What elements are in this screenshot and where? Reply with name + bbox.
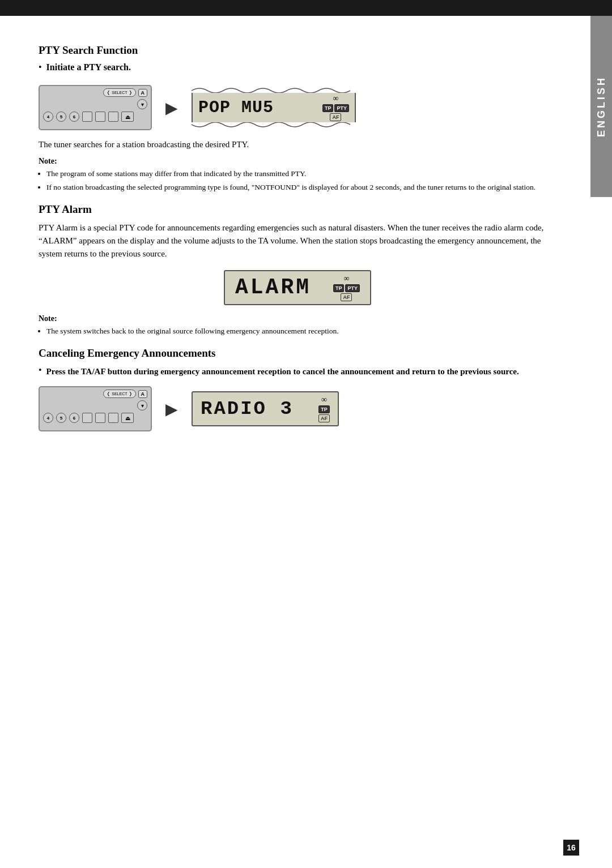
arrow-1: ▶ [165, 99, 178, 117]
bullet-dot-1: • [39, 62, 42, 72]
select-text: SELECT [112, 91, 127, 95]
select-right-arrow: ❭ [129, 90, 133, 95]
device-panel-2: ❬ SELECT ❭ A ▾ 4 5 6 ⏏ [39, 386, 152, 431]
canceling-body-text: Press the TA/AF button during emergency … [46, 365, 519, 378]
note-item-2-1: The system switches back to the original… [46, 326, 556, 337]
btn-4b: 4 [43, 413, 53, 423]
select-button-2: ❬ SELECT ❭ [103, 390, 135, 398]
down-arrow-2: ▾ [137, 400, 147, 411]
btn-6b: 6 [69, 413, 79, 423]
pty-search-title: PTY Search Function [39, 44, 556, 57]
select-right-arrow-2: ❭ [129, 391, 133, 396]
tp-badge-2: TP [333, 284, 345, 292]
af-badge-2: AF [341, 293, 352, 301]
tp-pty-badges: TP PTY [322, 104, 349, 112]
radio3-lcd: RADIO 3 ∞ TP AF [192, 391, 339, 426]
wavy-bottom-1 [192, 122, 356, 130]
pty-badge-1: PTY [334, 104, 349, 112]
down-arrow-1: ▾ [137, 99, 147, 109]
infinity-icon-2: ∞ [343, 274, 349, 283]
panel-top-2: ❬ SELECT ❭ A [43, 390, 147, 398]
infinity-icon-3: ∞ [321, 395, 327, 404]
pty-alarm-section: PTY Alarm PTY Alarm is a special PTY cod… [39, 203, 556, 337]
initiate-label: Initiate a PTY search. [46, 62, 131, 72]
pty-search-section: PTY Search Function • Initiate a PTY sea… [39, 44, 556, 193]
af-badge-3: AF [318, 414, 330, 422]
english-side-tab: ENGLISH [590, 16, 612, 197]
note-label-1: Note: [39, 157, 556, 166]
note-item-1-1: The program of some stations may differ … [46, 168, 556, 179]
note-label-2: Note: [39, 314, 556, 323]
alarm-tp-pty: TP PTY [333, 284, 360, 292]
pty-search-body: The tuner searches for a station broadca… [39, 138, 556, 151]
canceling-title: Canceling Emergency Announcements [39, 347, 556, 360]
btn-5: 5 [56, 112, 66, 122]
eject-btn-2: ⏏ [121, 413, 134, 423]
initiate-bullet: • Initiate a PTY search. [39, 62, 556, 77]
select-text-2: SELECT [112, 392, 127, 396]
lcd-text-1: POP MU5 [198, 98, 274, 117]
select-button-1: ❬ SELECT ❭ [103, 88, 135, 97]
wavy-top-1 [192, 85, 356, 93]
bullet-dot-2: • [39, 365, 42, 375]
pty-alarm-body: PTY Alarm is a special PTY code for anno… [39, 221, 556, 261]
btn-6: 6 [69, 112, 79, 122]
note-item-1-2: If no station broadcasting the selected … [46, 182, 556, 193]
btn-5b: 5 [56, 413, 66, 423]
note-list-2: The system switches back to the original… [46, 326, 556, 337]
tp-badge-1: TP [322, 104, 334, 112]
infinity-icon-1: ∞ [333, 94, 338, 103]
alarm-lcd: ALARM ∞ TP PTY AF [224, 270, 371, 305]
note-list-1: The program of some stations may differ … [46, 168, 556, 193]
square-btn-2 [95, 112, 105, 122]
square-btn-1 [82, 112, 92, 122]
lcd-icons-1: ∞ TP PTY AF [322, 94, 349, 121]
alarm-icons: ∞ TP PTY AF [333, 274, 360, 301]
af-badge-1: AF [330, 113, 341, 121]
square-btn-6 [108, 413, 118, 423]
english-tab-label: ENGLISH [596, 76, 607, 137]
alarm-text: ALARM [235, 275, 311, 300]
select-left-arrow: ❬ [107, 90, 110, 95]
pty-alarm-title: PTY Alarm [39, 203, 556, 216]
eject-btn-1: ⏏ [121, 112, 134, 122]
panel-bottom-2: 4 5 6 ⏏ [43, 413, 147, 423]
page-number: 16 [563, 840, 579, 856]
pty-search-device-row: ❬ SELECT ❭ A ▾ 4 5 6 ⏏ [39, 85, 556, 130]
pty-search-note: Note: The program of some stations may d… [39, 157, 556, 193]
tp-badge-3: TP [318, 405, 330, 413]
main-content: PTY Search Function • Initiate a PTY sea… [0, 16, 590, 462]
square-btn-5 [95, 413, 105, 423]
arrow-2: ▶ [165, 400, 178, 418]
canceling-bullet: • Press the TA/AF button during emergenc… [39, 365, 556, 378]
radio3-icons: ∞ TP AF [318, 395, 330, 422]
radio3-text: RADIO 3 [201, 398, 294, 420]
select-left-arrow-2: ❬ [107, 391, 110, 396]
panel-top-1: ❬ SELECT ❭ A [43, 88, 147, 97]
lcd-display-1: POP MU5 ∞ TP PTY AF [192, 85, 356, 130]
pty-alarm-note: Note: The system switches back to the or… [39, 314, 556, 337]
btn-4: 4 [43, 112, 53, 122]
device-panel-1: ❬ SELECT ❭ A ▾ 4 5 6 ⏏ [39, 85, 152, 130]
canceling-device-row: ❬ SELECT ❭ A ▾ 4 5 6 ⏏ [39, 386, 556, 431]
panel-bottom-1: 4 5 6 ⏏ [43, 112, 147, 122]
lcd-main-1: POP MU5 ∞ TP PTY AF [192, 93, 356, 122]
square-btn-4 [82, 413, 92, 423]
square-btn-3 [108, 112, 118, 122]
pty-badge-2: PTY [345, 284, 360, 292]
top-bar [0, 0, 612, 16]
canceling-section: Canceling Emergency Announcements • Pres… [39, 347, 556, 431]
a-button-2: A [138, 390, 148, 398]
a-button-1: A [138, 89, 148, 97]
alarm-display-row: ALARM ∞ TP PTY AF [39, 270, 556, 305]
